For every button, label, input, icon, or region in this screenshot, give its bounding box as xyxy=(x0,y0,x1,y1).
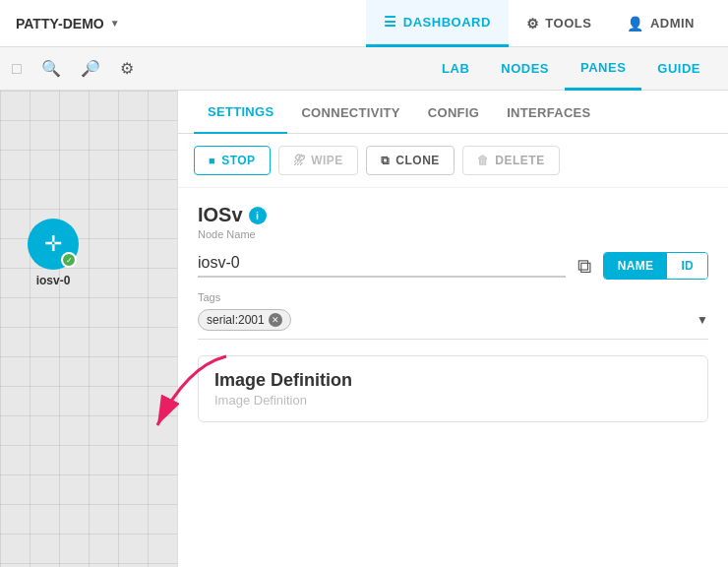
copy-icon[interactable]: ⧉ xyxy=(577,255,591,278)
image-def-title: Image Definition xyxy=(214,370,692,391)
clone-icon: ⧉ xyxy=(381,154,391,167)
tab-connectivity-label: CONNECTIVITY xyxy=(301,105,399,120)
toggle-id-button[interactable]: ID xyxy=(667,253,707,279)
node-status-badge xyxy=(61,252,77,268)
panel-tabs: SETTINGS CONNECTIVITY CONFIG INTERFACES xyxy=(178,91,728,134)
name-field-row: ⧉ NAME ID xyxy=(198,252,708,280)
stop-button[interactable]: ■ STOP xyxy=(194,146,271,175)
delete-label: DELETE xyxy=(495,154,544,167)
nav-tools[interactable]: ⚙ TOOLS xyxy=(509,0,610,47)
tab-interfaces[interactable]: INTERFACES xyxy=(493,91,604,134)
tags-section: Tags serial:2001 ✕ ▼ xyxy=(198,291,708,340)
panel-actions: ■ STOP ⛈ WIPE ⧉ CLONE 🗑 DELETE xyxy=(178,134,728,188)
clone-label: CLONE xyxy=(395,154,440,167)
tab-settings[interactable]: SETTINGS xyxy=(194,91,287,134)
clone-button[interactable]: ⧉ CLONE xyxy=(366,146,455,175)
stop-icon: ■ xyxy=(209,155,215,166)
toggle-name-button[interactable]: NAME xyxy=(604,253,668,279)
image-def-subtitle: Image Definition xyxy=(214,393,692,408)
node-icon[interactable]: ✛ xyxy=(28,219,79,270)
main-area: ✛ iosv-0 SETTINGS CONNECTIVITY xyxy=(0,91,728,567)
node-name-section: IOSv i Node Name xyxy=(198,204,708,240)
tags-row: serial:2001 ✕ ▼ xyxy=(198,309,708,340)
tag-chip: serial:2001 ✕ xyxy=(198,309,291,331)
frame-icon[interactable]: □ xyxy=(12,60,22,78)
zoom-in-icon[interactable]: 🔎 xyxy=(81,59,100,78)
tab-lab-label: LAB xyxy=(442,61,469,76)
sub-nav: LAB NODES PANES GUIDE xyxy=(426,47,716,91)
tab-config-label: CONFIG xyxy=(428,105,479,120)
brand[interactable]: PATTY-DEMO ▼ xyxy=(16,16,120,32)
node-arrows-icon: ✛ xyxy=(44,231,62,257)
brand-chevron-icon: ▼ xyxy=(110,18,120,29)
nav-admin[interactable]: 👤 ADMIN xyxy=(609,0,712,47)
tab-nodes-label: NODES xyxy=(501,61,549,76)
brand-label: PATTY-DEMO xyxy=(16,16,104,32)
canvas[interactable]: ✛ iosv-0 xyxy=(0,91,177,567)
toggle-id-label: ID xyxy=(681,259,694,273)
node-title-row: IOSv i xyxy=(198,204,708,226)
node-name-input[interactable] xyxy=(198,254,566,272)
nav-admin-label: ADMIN xyxy=(650,16,695,31)
tab-connectivity[interactable]: CONNECTIVITY xyxy=(287,91,413,134)
info-icon[interactable]: i xyxy=(249,207,267,224)
panel-content: IOSv i Node Name ⧉ NAME ID xyxy=(178,188,728,438)
image-def-section: Image Definition Image Definition xyxy=(198,355,708,422)
toolbar: □ 🔍 🔎 ⚙ LAB NODES PANES GUIDE xyxy=(0,47,728,91)
name-input-wrapper xyxy=(198,254,566,278)
top-nav: PATTY-DEMO ▼ ☰ DASHBOARD ⚙ TOOLS 👤 ADMIN xyxy=(0,0,728,47)
wipe-icon: ⛈ xyxy=(293,154,306,167)
tag-close-button[interactable]: ✕ xyxy=(269,313,282,327)
wipe-button[interactable]: ⛈ WIPE xyxy=(278,146,358,175)
node-name-label: Node Name xyxy=(198,228,708,240)
nav-dashboard-label: DASHBOARD xyxy=(403,15,491,30)
tag-label: serial:2001 xyxy=(207,313,265,327)
tab-guide-label: GUIDE xyxy=(657,61,700,76)
tab-nodes[interactable]: NODES xyxy=(485,47,565,91)
node-type-title: IOSv xyxy=(198,204,243,226)
tab-panes[interactable]: PANES xyxy=(565,47,641,91)
node-label: iosv-0 xyxy=(36,274,71,287)
tags-dropdown-icon[interactable]: ▼ xyxy=(697,313,708,327)
delete-icon: 🗑 xyxy=(477,154,490,167)
tab-config[interactable]: CONFIG xyxy=(414,91,493,134)
zoom-out-icon[interactable]: 🔍 xyxy=(41,59,61,78)
tools-icon: ⚙ xyxy=(526,16,540,32)
stop-label: STOP xyxy=(221,154,255,167)
toggle-name-label: NAME xyxy=(618,259,654,273)
tags-label: Tags xyxy=(198,291,708,303)
nav-tools-label: TOOLS xyxy=(545,16,591,31)
node-container: ✛ iosv-0 xyxy=(28,219,79,287)
tab-guide[interactable]: GUIDE xyxy=(641,47,716,91)
name-id-toggle: NAME ID xyxy=(603,252,708,280)
delete-button[interactable]: 🗑 DELETE xyxy=(462,146,560,175)
nav-dashboard[interactable]: ☰ DASHBOARD xyxy=(366,0,509,47)
panel: SETTINGS CONNECTIVITY CONFIG INTERFACES … xyxy=(177,91,728,567)
tab-panes-label: PANES xyxy=(580,60,626,75)
dashboard-icon: ☰ xyxy=(384,14,397,30)
admin-icon: 👤 xyxy=(627,16,644,32)
tab-interfaces-label: INTERFACES xyxy=(507,105,590,120)
wipe-label: WIPE xyxy=(311,154,343,167)
tab-lab[interactable]: LAB xyxy=(426,47,485,91)
settings-icon[interactable]: ⚙ xyxy=(120,59,134,78)
tab-settings-label: SETTINGS xyxy=(208,104,273,119)
